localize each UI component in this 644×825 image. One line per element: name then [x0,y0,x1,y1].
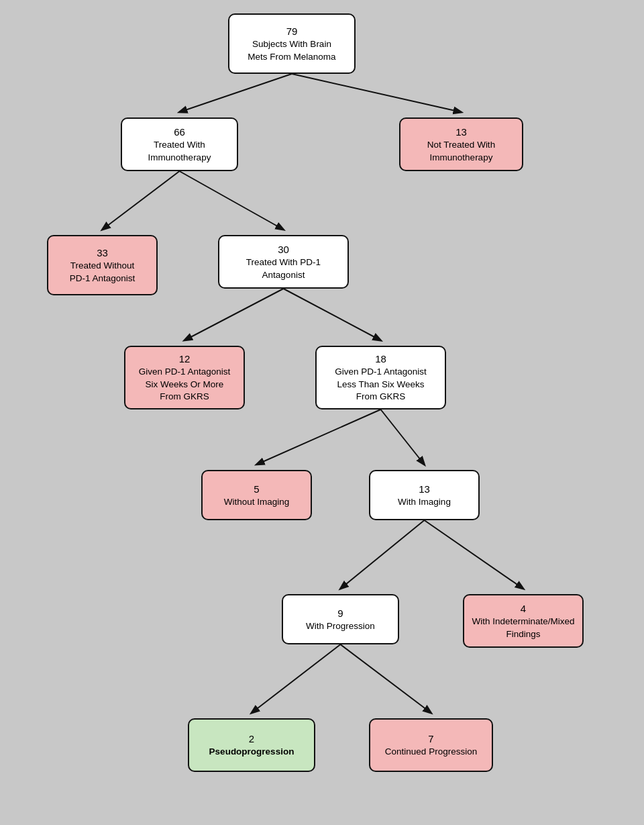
svg-line-7 [381,409,425,465]
node-num-n5: 5 [254,482,259,496]
node-n33: 33Treated Without PD-1 Antagonist [47,235,158,295]
flowchart-diagram: 79Subjects With Brain Mets From Melanoma… [20,7,624,819]
node-num-n9: 9 [337,606,343,620]
node-num-n7: 7 [428,732,433,746]
node-n30: 30Treated With PD-1 Antagonist [218,235,349,289]
node-label-n4: With Indeterminate/Mixed Findings [472,616,574,641]
node-num-root: 79 [286,24,298,38]
node-label-n9: With Progression [306,620,375,633]
node-label-root: Subjects With Brain Mets From Melanoma [248,38,335,64]
svg-line-6 [257,409,381,465]
node-num-n18: 18 [375,352,386,366]
svg-line-5 [284,289,381,340]
node-n12: 12Given PD-1 Antagonist Six Weeks Or Mor… [124,346,245,409]
svg-line-8 [341,520,425,589]
node-label-n33: Treated Without PD-1 Antagonist [70,260,136,285]
node-n4: 4With Indeterminate/Mixed Findings [463,594,584,648]
node-root: 79Subjects With Brain Mets From Melanoma [228,13,356,74]
node-num-n30: 30 [278,242,289,256]
node-num-n2: 2 [249,732,254,746]
svg-line-4 [184,289,284,340]
node-num-n66: 66 [174,125,185,139]
node-num-n13a: 13 [455,125,467,139]
svg-line-2 [103,171,180,230]
node-n9: 9With Progression [282,594,399,644]
node-label-n5: Without Imaging [224,496,290,509]
node-num-n4: 4 [521,601,526,616]
svg-line-9 [425,520,524,589]
node-num-n13b: 13 [419,482,430,496]
node-label-n7: Continued Progression [385,746,477,759]
svg-line-0 [180,74,292,112]
node-label-n18: Given PD-1 Antagonist Less Than Six Week… [335,366,427,404]
node-n7: 7Continued Progression [369,718,493,772]
node-label-n13a: Not Treated With Immunotherapy [427,139,495,164]
svg-line-10 [252,644,341,713]
node-label-n30: Treated With PD-1 Antagonist [246,256,321,282]
node-n2: 2Pseudoprogression [188,718,315,772]
node-n13b: 13With Imaging [369,470,480,520]
node-n18: 18Given PD-1 Antagonist Less Than Six We… [315,346,446,409]
node-label-n13b: With Imaging [398,496,451,509]
node-n66: 66Treated With Immunotherapy [121,117,238,171]
node-label-n66: Treated With Immunotherapy [148,139,211,164]
svg-line-11 [341,644,431,713]
node-n13a: 13Not Treated With Immunotherapy [399,117,523,171]
node-label-n2: Pseudoprogression [209,746,294,759]
node-num-n33: 33 [97,246,108,260]
svg-line-1 [292,74,462,112]
svg-line-3 [180,171,284,230]
node-num-n12: 12 [179,352,191,366]
connector-lines [20,7,624,819]
node-n5: 5Without Imaging [201,470,312,520]
node-label-n12: Given PD-1 Antagonist Six Weeks Or More … [139,366,231,404]
